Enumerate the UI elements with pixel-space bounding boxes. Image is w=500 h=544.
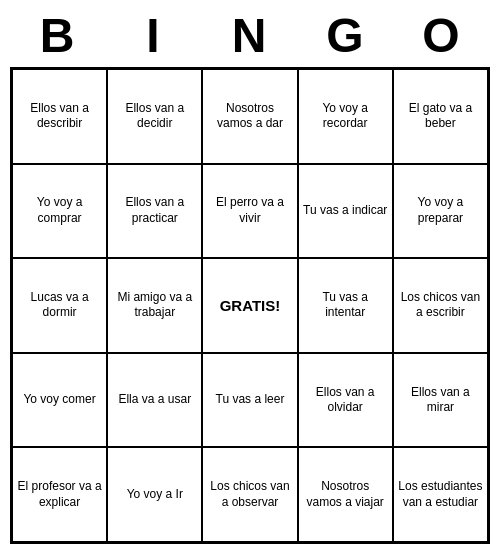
bingo-cell-8: Tu vas a indicar [298,164,393,259]
bingo-cell-17: Tu vas a leer [202,353,297,448]
bingo-cell-7: El perro va a vivir [202,164,297,259]
bingo-cell-2: Nosotros vamos a dar [202,69,297,164]
letter-g: G [298,8,394,63]
letter-o: O [394,8,490,63]
bingo-cell-14: Los chicos van a escribir [393,258,488,353]
bingo-cell-11: Mi amigo va a trabajar [107,258,202,353]
bingo-cell-18: Ellos van a olvidar [298,353,393,448]
bingo-cell-19: Ellos van a mirar [393,353,488,448]
bingo-cell-16: Ella va a usar [107,353,202,448]
bingo-cell-6: Ellos van a practicar [107,164,202,259]
bingo-cell-1: Ellos van a decidir [107,69,202,164]
bingo-cell-13: Tu vas a intentar [298,258,393,353]
bingo-cell-4: El gato va a beber [393,69,488,164]
bingo-title: B I N G O [0,0,500,67]
bingo-cell-0: Ellos van a describir [12,69,107,164]
bingo-cell-23: Nosotros vamos a viajar [298,447,393,542]
bingo-cell-12: GRATIS! [202,258,297,353]
bingo-cell-20: El profesor va a explicar [12,447,107,542]
bingo-grid: Ellos van a describirEllos van a decidir… [10,67,490,544]
bingo-cell-5: Yo voy a comprar [12,164,107,259]
bingo-cell-21: Yo voy a Ir [107,447,202,542]
bingo-cell-10: Lucas va a dormir [12,258,107,353]
letter-i: I [106,8,202,63]
bingo-cell-24: Los estudiantes van a estudiar [393,447,488,542]
letter-n: N [202,8,298,63]
bingo-cell-15: Yo voy comer [12,353,107,448]
bingo-cell-9: Yo voy a preparar [393,164,488,259]
letter-b: B [10,8,106,63]
bingo-cell-3: Yo voy a recordar [298,69,393,164]
bingo-cell-22: Los chicos van a observar [202,447,297,542]
